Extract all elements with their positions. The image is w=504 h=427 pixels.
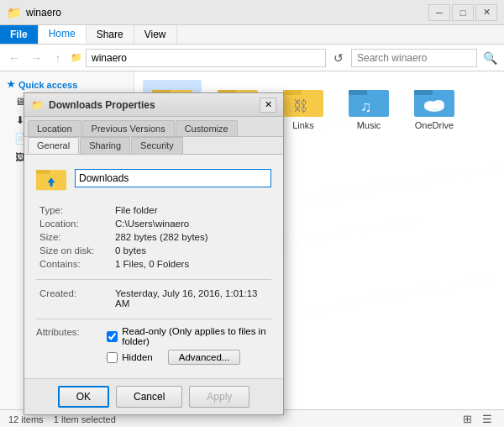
readonly-row: Read-only (Only applies to files in fold… (107, 326, 271, 346)
folder-name-input[interactable] (75, 169, 271, 187)
hidden-checkbox[interactable] (107, 352, 118, 363)
dialog-folder-icon (36, 165, 66, 192)
downloads-properties-dialog: 📁 Downloads Properties ✕ Location Previo… (24, 92, 284, 415)
readonly-checkbox[interactable] (107, 331, 118, 342)
hidden-label[interactable]: Hidden (122, 352, 152, 362)
size-on-disk-value: 0 bytes (112, 244, 271, 257)
attributes-options: Read-only (Only applies to files in fold… (107, 326, 271, 365)
dialog-tab-general[interactable]: General (28, 137, 79, 154)
dialog-tab-security[interactable]: Security (131, 137, 183, 154)
info-divider (36, 279, 271, 280)
contains-label: Contains: (36, 257, 112, 271)
info-row-contains: Contains: 1 Files, 0 Folders (36, 257, 271, 271)
type-value: File folder (112, 203, 271, 217)
readonly-label[interactable]: Read-only (Only applies to files in fold… (122, 326, 271, 346)
dialog-title-bar: 📁 Downloads Properties ✕ (24, 93, 283, 117)
dialog-footer: OK Cancel Apply (24, 378, 283, 414)
hidden-advanced-row: Hidden Advanced... (107, 350, 271, 365)
apply-button[interactable]: Apply (189, 386, 249, 408)
created-label: Created: (36, 287, 112, 310)
created-table: Created: Yesterday, July 16, 2016, 1:01:… (36, 287, 271, 310)
dialog-tabs-row1: Location Previous Versions Customize (24, 117, 283, 137)
info-row-size-on-disk: Size on disk: 0 bytes (36, 244, 271, 257)
advanced-button[interactable]: Advanced... (168, 350, 241, 365)
dialog-tab-previous-versions[interactable]: Previous Versions (82, 120, 175, 136)
info-table: Type: File folder Location: C:\Users\win… (36, 203, 271, 271)
dialog-tab-sharing[interactable]: Sharing (80, 137, 130, 154)
dialog-overlay: 📁 Downloads Properties ✕ Location Previo… (0, 0, 504, 427)
location-label: Location: (36, 217, 112, 230)
folder-name-row (36, 165, 271, 192)
info-row-type: Type: File folder (36, 203, 271, 217)
location-value: C:\Users\winaero (112, 217, 271, 230)
dialog-title-left: 📁 Downloads Properties (31, 99, 155, 111)
contains-value: 1 Files, 0 Folders (112, 257, 271, 271)
created-value: Yesterday, July 16, 2016, 1:01:13 AM (112, 287, 271, 310)
dialog-close-button[interactable]: ✕ (260, 98, 276, 113)
dialog-tab-location[interactable]: Location (28, 120, 81, 136)
dialog-tabs-row2: General Sharing Security (24, 137, 283, 155)
size-value: 282 bytes (282 bytes) (112, 230, 271, 244)
size-on-disk-label: Size on disk: (36, 244, 112, 257)
info-row-created: Created: Yesterday, July 16, 2016, 1:01:… (36, 287, 271, 310)
info-row-location: Location: C:\Users\winaero (36, 217, 271, 230)
svg-rect-27 (36, 170, 50, 174)
attr-divider (36, 319, 271, 319)
dialog-title: Downloads Properties (49, 99, 155, 111)
attributes-row: Attributes: Read-only (Only applies to f… (36, 326, 271, 365)
attributes-label: Attributes: (36, 326, 102, 337)
size-label: Size: (36, 230, 112, 244)
dialog-tab-customize[interactable]: Customize (176, 120, 238, 136)
dialog-icon: 📁 (31, 99, 44, 111)
cancel-button[interactable]: Cancel (116, 386, 182, 408)
info-row-size: Size: 282 bytes (282 bytes) (36, 230, 271, 244)
dialog-content: Type: File folder Location: C:\Users\win… (24, 155, 283, 378)
hidden-row: Hidden (107, 352, 152, 363)
type-label: Type: (36, 203, 112, 217)
ok-button[interactable]: OK (58, 386, 109, 408)
